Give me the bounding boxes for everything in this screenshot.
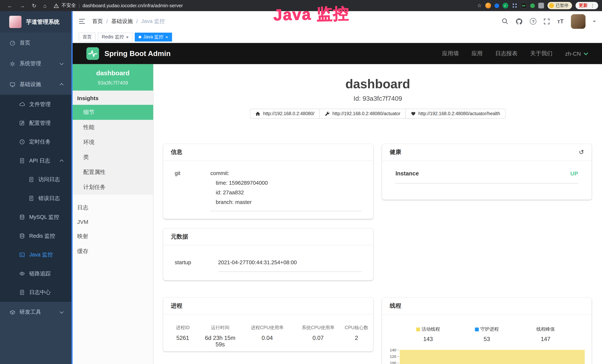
drop-extension-icon[interactable] [494,3,499,8]
sidebar-item-home[interactable]: 首页 [0,33,71,54]
actuator-url-link[interactable]: http://192.168.0.2:48080/actuator [320,109,406,119]
process-col-header: 进程CPU使用率 [240,324,294,331]
tab-redis-monitor[interactable]: Redis 监控 × [98,33,132,42]
bookmark-star-icon[interactable]: ☆ [477,3,482,8]
sidebar-item-file-management[interactable]: 文件管理 [0,95,71,114]
sidebar-item-api-logs[interactable]: API 日志 [0,151,71,170]
tab-label: Java 监控 [143,34,163,40]
sba-nav-journal[interactable]: 日志报表 [495,50,517,57]
cloud-icon [19,101,25,107]
sidebar-item-log-center[interactable]: 日志中心 [0,283,71,302]
close-icon[interactable]: × [165,35,168,39]
smiley-avatar-icon [549,3,554,8]
sidebar-item-access-logs[interactable]: 访问日志 [0,170,71,189]
sidebar-item-system[interactable]: 系统管理 [0,54,71,74]
info-key: git [175,169,210,211]
sidebar-item-error-logs[interactable]: 错误日志 [0,189,71,208]
health-url-link[interactable]: http://192.168.0.2:48080/actuator/health [405,109,505,119]
instance-header[interactable]: dashboard 93a3fc7f7409 [73,64,153,91]
address-bar[interactable]: 不安全 | dashboard.yudao.iocoder.cn/infra/a… [54,2,183,9]
instance-nav-jvm[interactable]: JVM [73,215,153,229]
app-logo[interactable]: 芋道管理系统 [0,11,71,33]
sidebar-item-devtools[interactable]: 研发工具 [0,302,71,323]
search-icon[interactable] [502,18,509,24]
fullscreen-icon[interactable] [544,18,550,24]
sidebar-item-infrastructure[interactable]: 基础设施 [0,74,71,95]
instance-nav-logs[interactable]: 日志 [73,200,153,215]
screen: ← → ↻ ⌂ 不安全 | dashboard.yudao.iocoder.cn… [0,0,602,364]
profile-paused-pill[interactable]: 已暂停 [547,2,572,9]
sidebar-item-java-monitor[interactable]: Java 监控 [0,245,71,264]
sidebar-item-mysql-monitor[interactable]: MySQL 监控 [0,208,71,226]
instance-nav-environment[interactable]: 环境 [73,135,153,150]
forward-icon[interactable]: → [20,3,25,8]
active-threads-area [400,350,585,364]
process-col-value: 0.07 [294,334,342,341]
instance-nav-performance[interactable]: 性能 [73,120,153,135]
github-icon[interactable] [516,18,523,25]
spring-boot-admin-logo[interactable] [86,47,99,60]
check-extension-icon[interactable]: ✓ [502,3,508,8]
instance-nav-details[interactable]: 细节 [73,105,153,120]
address-divider: | [79,3,80,8]
y-tick: 140 [385,347,399,353]
instance-nav-config-props[interactable]: 配置属性 [73,165,153,180]
hamburger-icon[interactable] [79,18,85,24]
user-avatar[interactable] [571,14,585,29]
breadcrumb-home[interactable]: 首页 [92,18,103,25]
document-icon [28,195,34,201]
content-area: dashboard 93a3fc7f7409 Insights 细节 性能 环境… [73,64,602,364]
metadata-value: 2021-04-27T00:44:31.254+08:00 [218,259,362,272]
sidebar-item-config-management[interactable]: 配置管理 [0,114,71,132]
close-icon[interactable]: × [126,35,129,39]
sidebar-item-redis-monitor[interactable]: Redis 监控 [0,227,71,245]
wrench-icon [325,111,330,116]
instance-nav-mappings[interactable]: 映射 [73,229,153,244]
history-icon[interactable]: ↺ [579,149,584,156]
locale-select[interactable]: zh-CN [565,50,588,57]
y-tick: 120 [385,353,399,360]
browser-home-icon[interactable]: ⌂ [43,3,46,8]
instance-nav-caches[interactable]: 缓存 [73,244,153,259]
chevron-up-icon [60,159,64,163]
back-icon[interactable]: ← [7,3,13,8]
terminal-icon [19,252,25,257]
chevron-down-icon [60,310,64,313]
sba-nav-wallboard[interactable]: 应用墙 [442,50,459,57]
threads-chart: 140 120 100 [385,347,586,364]
legend-label: 线程峰值 [536,326,555,332]
legend-value: 143 [405,336,451,342]
fox-extension-icon[interactable] [485,3,491,8]
card-title: 健康 [390,149,401,156]
paused-label: 已暂停 [556,3,568,8]
on-badge-icon[interactable]: on [521,3,527,8]
refresh-icon[interactable]: ↻ [32,3,36,8]
instance-links: http://192.168.0.2:48080/ http://192.168… [153,109,602,119]
avatar-caret-icon[interactable] [593,21,596,24]
leaf-extension-icon[interactable] [530,3,535,8]
tab-java-monitor[interactable]: Java 监控 × [135,33,172,42]
sidebar-item-tracing[interactable]: 链路追踪 [0,264,71,283]
puzzle-extensions-icon[interactable] [538,3,544,8]
sba-nav-applications[interactable]: 应用 [472,50,483,57]
sidebar-item-label: 基础设施 [20,81,41,88]
sidebar-item-cron-jobs[interactable]: 定时任务 [0,132,71,151]
browser-update-button[interactable]: 更新 ⋮ [575,2,598,9]
breadcrumb-infrastructure[interactable]: 基础设施 [111,18,133,25]
instance-nav-classes[interactable]: 类 [73,150,153,165]
help-icon[interactable]: ? [530,18,537,24]
service-url-link[interactable]: http://192.168.0.2:48080/ [250,109,320,119]
sba-nav-about[interactable]: 关于我们 [530,50,552,57]
link-label: http://192.168.0.2:48080/ [263,111,314,116]
instance-id: 93a3fc7f7409 [76,80,150,86]
legend-value: 53 [464,336,510,342]
grid-extension-icon[interactable] [512,3,517,8]
process-col-value: 0.04 [240,334,294,341]
font-size-icon[interactable]: тT [557,18,564,24]
tab-home[interactable]: 首页 [79,33,96,42]
browser-menu-icon[interactable]: ⋮ [590,3,595,8]
sba-nav: 应用墙 应用 日志报表 关于我们 zh-CN [442,50,588,57]
sidebar-item-label: Redis 监控 [29,233,55,239]
instance-nav-scheduled-tasks[interactable]: 计划任务 [73,180,153,195]
sba-brand[interactable]: Spring Boot Admin [104,49,171,58]
